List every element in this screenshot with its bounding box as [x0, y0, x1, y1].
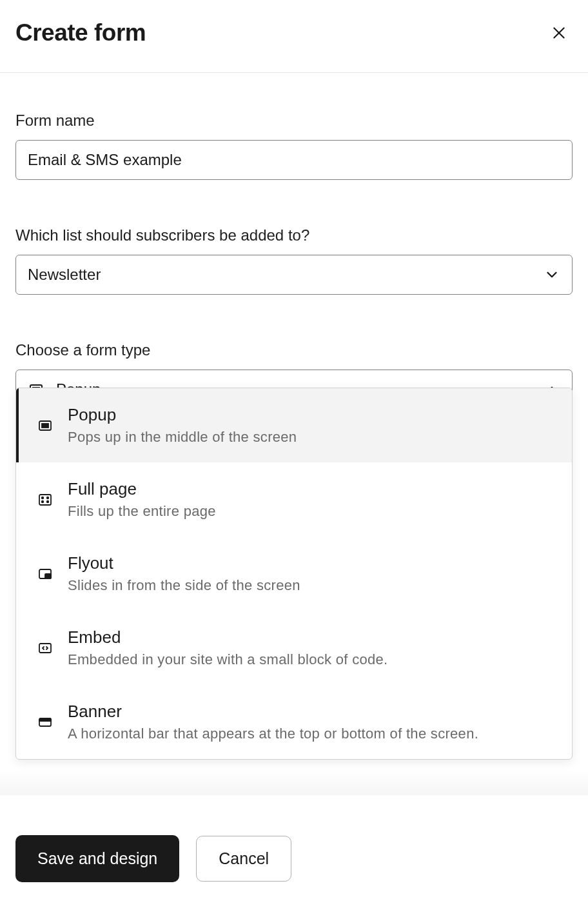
close-button[interactable]	[545, 19, 573, 46]
list-select-group: Which list should subscribers be added t…	[15, 226, 573, 295]
svg-point-7	[42, 497, 44, 498]
fullpage-icon	[37, 491, 54, 508]
footer-shadow	[0, 769, 588, 795]
form-type-option-fullpage[interactable]: Full page Fills up the entire page	[16, 462, 572, 537]
flyout-icon	[37, 566, 54, 582]
svg-rect-12	[45, 574, 51, 578]
form-name-input[interactable]	[15, 140, 573, 180]
banner-icon	[37, 714, 54, 731]
svg-rect-13	[39, 644, 51, 653]
option-desc: A horizontal bar that appears at the top…	[68, 725, 478, 742]
page-title: Create form	[15, 19, 146, 46]
save-and-design-button[interactable]: Save and design	[15, 835, 179, 882]
option-title: Popup	[68, 405, 297, 425]
embed-icon	[37, 640, 54, 656]
chevron-down-icon	[544, 266, 560, 283]
modal-footer: Save and design Cancel	[0, 835, 588, 882]
option-desc: Slides in from the side of the screen	[68, 577, 300, 594]
modal-header: Create form	[0, 0, 588, 73]
svg-rect-5	[42, 424, 48, 428]
form-type-option-banner[interactable]: Banner A horizontal bar that appears at …	[16, 685, 572, 759]
form-type-option-embed[interactable]: Embed Embedded in your site with a small…	[16, 611, 572, 685]
list-select[interactable]: Newsletter	[15, 255, 573, 295]
form-name-label: Form name	[15, 112, 573, 130]
option-desc: Fills up the entire page	[68, 503, 216, 520]
form-type-dropdown: Popup Pops up in the middle of the scree…	[15, 388, 573, 760]
list-select-value: Newsletter	[28, 266, 101, 284]
list-select-label: Which list should subscribers be added t…	[15, 226, 573, 244]
popup-icon	[37, 417, 54, 434]
cancel-button[interactable]: Cancel	[196, 836, 291, 882]
svg-point-10	[47, 500, 49, 502]
form-body: Form name Which list should subscribers …	[0, 73, 588, 410]
close-icon	[551, 25, 567, 41]
form-type-option-popup[interactable]: Popup Pops up in the middle of the scree…	[16, 388, 572, 462]
option-title: Flyout	[68, 553, 300, 573]
svg-rect-16	[39, 720, 51, 721]
option-title: Banner	[68, 702, 478, 722]
svg-rect-6	[39, 495, 51, 505]
option-title: Embed	[68, 627, 388, 647]
svg-point-8	[47, 497, 49, 498]
svg-point-9	[42, 500, 44, 502]
option-desc: Pops up in the middle of the screen	[68, 429, 297, 446]
option-desc: Embedded in your site with a small block…	[68, 651, 388, 668]
form-type-label: Choose a form type	[15, 341, 573, 359]
form-type-group: Choose a form type Popup	[15, 341, 573, 410]
option-title: Full page	[68, 479, 216, 499]
form-name-group: Form name	[15, 112, 573, 180]
form-type-option-flyout[interactable]: Flyout Slides in from the side of the sc…	[16, 537, 572, 611]
